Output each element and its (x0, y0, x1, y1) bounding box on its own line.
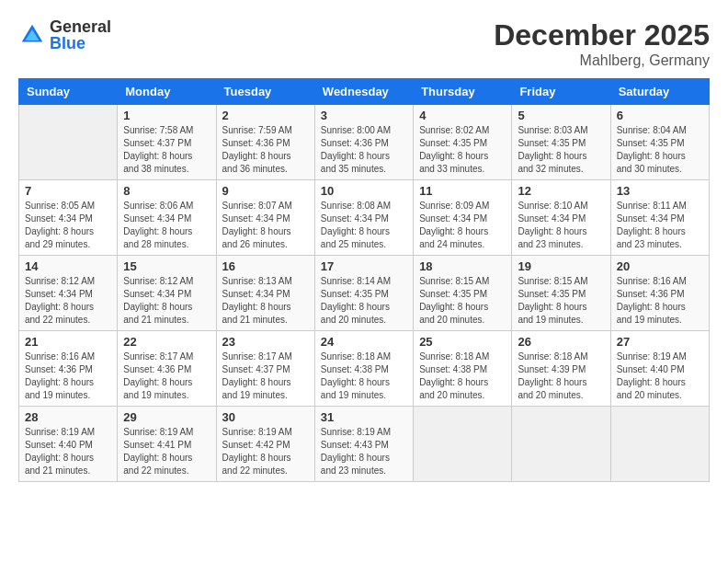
logo-icon (18, 21, 46, 49)
calendar-cell: 2Sunrise: 7:59 AM Sunset: 4:36 PM Daylig… (216, 105, 314, 180)
day-info: Sunrise: 8:04 AM Sunset: 4:35 PM Dayligh… (617, 124, 703, 176)
day-info: Sunrise: 8:16 AM Sunset: 4:36 PM Dayligh… (617, 275, 703, 327)
calendar-cell (19, 105, 118, 180)
day-info: Sunrise: 8:17 AM Sunset: 4:36 PM Dayligh… (123, 350, 210, 402)
calendar-header-row: SundayMondayTuesdayWednesdayThursdayFrid… (19, 79, 710, 105)
day-number: 1 (123, 109, 210, 122)
day-info: Sunrise: 8:07 AM Sunset: 4:34 PM Dayligh… (222, 200, 309, 251)
calendar-cell: 4Sunrise: 8:02 AM Sunset: 4:35 PM Daylig… (414, 105, 512, 180)
day-number: 24 (321, 335, 407, 349)
day-info: Sunrise: 8:15 AM Sunset: 4:35 PM Dayligh… (518, 275, 604, 327)
day-number: 23 (222, 335, 309, 349)
day-info: Sunrise: 8:12 AM Sunset: 4:34 PM Dayligh… (123, 275, 210, 327)
calendar-cell: 19Sunrise: 8:15 AM Sunset: 4:35 PM Dayli… (512, 256, 610, 331)
day-number: 30 (222, 410, 309, 424)
calendar-cell: 3Sunrise: 8:00 AM Sunset: 4:36 PM Daylig… (314, 105, 413, 180)
day-info: Sunrise: 8:00 AM Sunset: 4:36 PM Dayligh… (321, 124, 407, 176)
calendar-week-row: 7Sunrise: 8:05 AM Sunset: 4:34 PM Daylig… (19, 180, 710, 256)
day-number: 4 (419, 109, 506, 122)
title-block: December 2025 Mahlberg, Germany (494, 18, 710, 69)
day-number: 5 (518, 109, 604, 122)
day-number: 17 (321, 259, 407, 273)
calendar-cell: 25Sunrise: 8:18 AM Sunset: 4:38 PM Dayli… (414, 331, 512, 407)
day-header-sunday: Sunday (19, 79, 118, 105)
logo: General Blue (18, 18, 111, 52)
day-info: Sunrise: 8:03 AM Sunset: 4:35 PM Dayligh… (518, 124, 604, 176)
calendar-week-row: 21Sunrise: 8:16 AM Sunset: 4:36 PM Dayli… (19, 331, 710, 407)
day-header-monday: Monday (118, 79, 216, 105)
page-title: December 2025 (494, 18, 710, 52)
calendar-cell (414, 407, 512, 482)
day-number: 6 (617, 109, 703, 122)
calendar-cell: 17Sunrise: 8:14 AM Sunset: 4:35 PM Dayli… (314, 256, 413, 331)
day-number: 16 (222, 259, 309, 273)
day-number: 3 (321, 109, 407, 122)
calendar-cell: 28Sunrise: 8:19 AM Sunset: 4:40 PM Dayli… (19, 407, 118, 482)
calendar-week-row: 1Sunrise: 7:58 AM Sunset: 4:37 PM Daylig… (19, 105, 710, 180)
calendar-cell: 11Sunrise: 8:09 AM Sunset: 4:34 PM Dayli… (414, 180, 512, 256)
calendar-cell: 8Sunrise: 8:06 AM Sunset: 4:34 PM Daylig… (118, 180, 216, 256)
day-info: Sunrise: 7:59 AM Sunset: 4:36 PM Dayligh… (222, 124, 309, 176)
calendar-cell (512, 407, 610, 482)
day-number: 10 (321, 184, 407, 198)
calendar-cell: 20Sunrise: 8:16 AM Sunset: 4:36 PM Dayli… (610, 256, 709, 331)
day-number: 25 (419, 335, 506, 349)
calendar-cell: 9Sunrise: 8:07 AM Sunset: 4:34 PM Daylig… (216, 180, 314, 256)
day-number: 26 (518, 335, 604, 349)
calendar-cell: 13Sunrise: 8:11 AM Sunset: 4:34 PM Dayli… (610, 180, 709, 256)
day-number: 14 (25, 259, 111, 273)
day-info: Sunrise: 8:10 AM Sunset: 4:34 PM Dayligh… (518, 200, 604, 251)
day-number: 12 (518, 184, 604, 198)
calendar-cell: 12Sunrise: 8:10 AM Sunset: 4:34 PM Dayli… (512, 180, 610, 256)
day-number: 31 (321, 410, 407, 424)
day-info: Sunrise: 8:08 AM Sunset: 4:34 PM Dayligh… (321, 200, 407, 251)
calendar-cell: 18Sunrise: 8:15 AM Sunset: 4:35 PM Dayli… (414, 256, 512, 331)
calendar-cell: 31Sunrise: 8:19 AM Sunset: 4:43 PM Dayli… (314, 407, 413, 482)
day-number: 28 (25, 410, 111, 424)
day-number: 19 (518, 259, 604, 273)
calendar-table: SundayMondayTuesdayWednesdayThursdayFrid… (18, 78, 710, 482)
calendar-cell: 23Sunrise: 8:17 AM Sunset: 4:37 PM Dayli… (216, 331, 314, 407)
day-number: 21 (25, 335, 111, 349)
calendar-cell: 1Sunrise: 7:58 AM Sunset: 4:37 PM Daylig… (118, 105, 216, 180)
calendar-cell: 22Sunrise: 8:17 AM Sunset: 4:36 PM Dayli… (118, 331, 216, 407)
day-info: Sunrise: 8:02 AM Sunset: 4:35 PM Dayligh… (419, 124, 506, 176)
calendar-week-row: 14Sunrise: 8:12 AM Sunset: 4:34 PM Dayli… (19, 256, 710, 331)
logo-text-blue: Blue (50, 34, 85, 52)
day-info: Sunrise: 8:05 AM Sunset: 4:34 PM Dayligh… (25, 200, 111, 251)
day-info: Sunrise: 8:13 AM Sunset: 4:34 PM Dayligh… (222, 275, 309, 327)
day-info: Sunrise: 8:16 AM Sunset: 4:36 PM Dayligh… (25, 350, 111, 402)
calendar-cell: 15Sunrise: 8:12 AM Sunset: 4:34 PM Dayli… (118, 256, 216, 331)
day-number: 7 (25, 184, 111, 198)
calendar-cell: 30Sunrise: 8:19 AM Sunset: 4:42 PM Dayli… (216, 407, 314, 482)
day-info: Sunrise: 8:19 AM Sunset: 4:43 PM Dayligh… (321, 426, 407, 477)
calendar-cell: 27Sunrise: 8:19 AM Sunset: 4:40 PM Dayli… (610, 331, 709, 407)
calendar-cell: 6Sunrise: 8:04 AM Sunset: 4:35 PM Daylig… (610, 105, 709, 180)
day-info: Sunrise: 8:06 AM Sunset: 4:34 PM Dayligh… (123, 200, 210, 251)
day-number: 20 (617, 259, 703, 273)
day-number: 13 (617, 184, 703, 198)
logo-text-general: General (50, 17, 111, 36)
day-header-friday: Friday (512, 79, 610, 105)
calendar-week-row: 28Sunrise: 8:19 AM Sunset: 4:40 PM Dayli… (19, 407, 710, 482)
day-info: Sunrise: 8:12 AM Sunset: 4:34 PM Dayligh… (25, 275, 111, 327)
day-info: Sunrise: 8:18 AM Sunset: 4:39 PM Dayligh… (518, 350, 604, 402)
calendar-cell: 14Sunrise: 8:12 AM Sunset: 4:34 PM Dayli… (19, 256, 118, 331)
day-number: 29 (123, 410, 210, 424)
calendar-cell: 26Sunrise: 8:18 AM Sunset: 4:39 PM Dayli… (512, 331, 610, 407)
day-number: 18 (419, 259, 506, 273)
day-info: Sunrise: 8:19 AM Sunset: 4:42 PM Dayligh… (222, 426, 309, 477)
day-number: 11 (419, 184, 506, 198)
day-info: Sunrise: 8:17 AM Sunset: 4:37 PM Dayligh… (222, 350, 309, 402)
day-info: Sunrise: 8:18 AM Sunset: 4:38 PM Dayligh… (321, 350, 407, 402)
day-header-wednesday: Wednesday (314, 79, 413, 105)
day-header-tuesday: Tuesday (216, 79, 314, 105)
calendar-cell: 7Sunrise: 8:05 AM Sunset: 4:34 PM Daylig… (19, 180, 118, 256)
day-info: Sunrise: 8:19 AM Sunset: 4:41 PM Dayligh… (123, 426, 210, 477)
day-header-saturday: Saturday (610, 79, 709, 105)
calendar-cell (610, 407, 709, 482)
day-number: 27 (617, 335, 703, 349)
day-info: Sunrise: 8:15 AM Sunset: 4:35 PM Dayligh… (419, 275, 506, 327)
day-info: Sunrise: 8:14 AM Sunset: 4:35 PM Dayligh… (321, 275, 407, 327)
calendar-cell: 16Sunrise: 8:13 AM Sunset: 4:34 PM Dayli… (216, 256, 314, 331)
